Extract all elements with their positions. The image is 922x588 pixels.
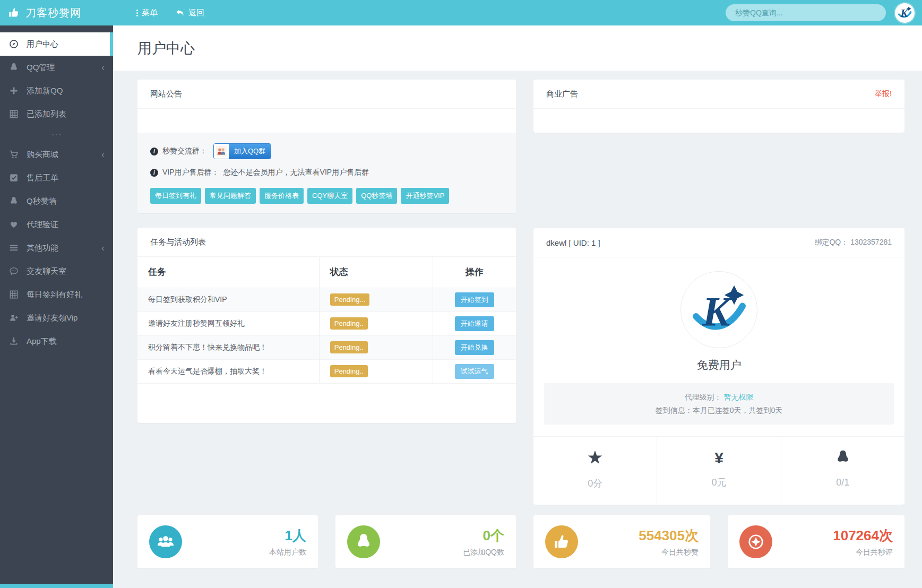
card-site-users: 1人 本站用户数 bbox=[137, 515, 318, 568]
report-link[interactable]: 举报! bbox=[875, 89, 892, 99]
qq-penguin-icon bbox=[9, 196, 19, 206]
quick-link-open-vip[interactable]: 开通秒赞VIP bbox=[401, 188, 449, 204]
qq-penguin-icon bbox=[9, 63, 19, 72]
chevron-left-icon: ‹ bbox=[101, 243, 105, 253]
sidebar-item-label: 用户中心 bbox=[27, 39, 58, 49]
thumb-icon bbox=[545, 525, 578, 558]
sidebar-section-divider bbox=[0, 126, 113, 143]
sidebar-item-label: 交友聊天室 bbox=[27, 266, 66, 276]
status-badge: Pending.. bbox=[330, 365, 368, 377]
quick-link-like-wall[interactable]: QQ秒赞墙 bbox=[356, 188, 397, 204]
back-button[interactable]: 返回 bbox=[176, 8, 204, 18]
tasks-panel: 任务与活动列表 任务 状态 操作 bbox=[137, 228, 516, 423]
card-label: 已添加QQ数 bbox=[463, 548, 504, 557]
card-value: 1人 bbox=[269, 526, 306, 545]
info-icon: i bbox=[150, 148, 158, 155]
yen-icon: ¥ bbox=[657, 449, 780, 466]
join-qq-group-button[interactable]: 加入QQ群 bbox=[213, 143, 271, 159]
col-action: 操作 bbox=[433, 257, 516, 288]
sidebar-item-added-list[interactable]: 已添加列表 bbox=[0, 102, 113, 126]
sidebar-item-qq-like-wall[interactable]: Q秒赞墙 bbox=[0, 189, 113, 213]
qq-icon bbox=[347, 525, 380, 558]
site-logo[interactable]: K bbox=[895, 3, 915, 23]
sidebar-item-chat-room[interactable]: 交友聊天室 bbox=[0, 260, 113, 283]
sidebar-item-qq-manage[interactable]: QQ管理 ‹ bbox=[0, 56, 113, 79]
sidebar-item-add-qq[interactable]: 添加新QQ bbox=[0, 79, 113, 102]
card-label: 本站用户数 bbox=[269, 548, 306, 557]
quick-link-chat-room[interactable]: CQY聊天室 bbox=[307, 188, 352, 204]
announcement-header: 网站公告 bbox=[137, 80, 516, 109]
chevron-left-icon: ‹ bbox=[101, 150, 105, 159]
star-icon bbox=[587, 449, 603, 466]
card-value: 107264次 bbox=[833, 526, 893, 545]
menu-button[interactable]: 菜单 bbox=[136, 8, 158, 18]
sidebar-item-agent-verify[interactable]: 代理验证 bbox=[0, 213, 113, 236]
stat-points: 0分 bbox=[533, 437, 657, 505]
signin-info-line: 签到信息：本月已连签0天，共签到0天 bbox=[549, 404, 889, 417]
sidebar-item-label: Q秒赞墙 bbox=[27, 196, 57, 206]
download-icon bbox=[9, 336, 19, 346]
sidebar-item-label: 添加新QQ bbox=[27, 86, 63, 96]
left-column: 网站公告 i 秒赞交流群： 加入QQ群 bbox=[137, 80, 516, 423]
table-icon bbox=[9, 290, 19, 299]
status-badge: Pending... bbox=[330, 293, 370, 306]
starburst-icon bbox=[739, 525, 772, 558]
card-label: 今日共秒赞 bbox=[639, 548, 699, 557]
brand-title: 刀客秒赞网 bbox=[25, 6, 81, 20]
announcement-info-section: i 秒赞交流群： 加入QQ群 i bbox=[137, 133, 516, 213]
sidebar-item-shop[interactable]: 购买商城 ‹ bbox=[0, 143, 113, 166]
start-redeem-button[interactable]: 开始兑换 bbox=[455, 340, 494, 355]
agent-level-value[interactable]: 暂无权限 bbox=[723, 393, 753, 401]
sidebar: 用户中心 QQ管理 ‹ 添加新QQ 已添加列表 购买商城 bbox=[0, 25, 113, 588]
task-row: 每日签到获取积分和VIP Pending... 开始签到 bbox=[137, 288, 516, 312]
sidebar-item-label: App下载 bbox=[27, 336, 57, 347]
sidebar-item-daily-signin[interactable]: 每日签到有好礼 bbox=[0, 283, 113, 306]
vip-label: VIP用户售后群： bbox=[162, 168, 219, 177]
group-line: i 秒赞交流群： 加入QQ群 bbox=[150, 143, 503, 159]
sidebar-item-label: QQ管理 bbox=[27, 63, 55, 73]
task-row: 积分留着不下崽！快来兑换物品吧！ Pending.. 开始兑换 bbox=[137, 335, 516, 359]
sidebar-item-app-download[interactable]: App下载 bbox=[0, 330, 113, 353]
agent-level-line: 代理级别： 暂无权限 bbox=[549, 391, 889, 404]
stat-points-value: 0分 bbox=[533, 477, 657, 490]
quick-link-daily-signin[interactable]: 每日签到有礼 bbox=[150, 188, 201, 204]
qq-icon bbox=[835, 449, 851, 466]
ad-header: 商业广告 举报! bbox=[533, 80, 904, 109]
col-status: 状态 bbox=[319, 257, 433, 288]
sidebar-item-label: 购买商城 bbox=[27, 150, 58, 160]
agent-level-label: 代理级别： bbox=[685, 393, 722, 401]
try-luck-button[interactable]: 试试运气 bbox=[455, 364, 494, 379]
summary-cards-row: 1人 本站用户数 0个 已添加QQ数 bbox=[137, 515, 904, 568]
profile-info-box: 代理级别： 暂无权限 签到信息：本月已连签0天，共签到0天 bbox=[544, 383, 894, 425]
col-task: 任务 bbox=[137, 257, 319, 288]
profile-body: K 免费用户 代理级别： 暂无权限 签到信息：本月已连签0天，共签到 bbox=[533, 257, 904, 505]
ad-body bbox=[533, 109, 904, 133]
start-signin-button[interactable]: 开始签到 bbox=[455, 292, 494, 307]
cart-icon bbox=[9, 150, 19, 159]
quick-link-faq[interactable]: 常见问题解答 bbox=[205, 188, 256, 204]
group-label: 秒赞交流群： bbox=[162, 146, 207, 156]
brand[interactable]: 刀客秒赞网 bbox=[0, 6, 113, 20]
task-row: 邀请好友注册秒赞网互领好礼 Pending.. 开始邀请 bbox=[137, 312, 516, 335]
card-total-comments: 107264次 今日共秒评 bbox=[728, 515, 904, 568]
user-level-name: 免费用户 bbox=[533, 358, 904, 373]
search-input[interactable] bbox=[726, 4, 886, 21]
main-area: 用户中心 网站公告 i 秒赞交流群： bbox=[113, 25, 922, 588]
tasks-header: 任务与活动列表 bbox=[137, 228, 516, 257]
sidebar-item-invite-friends[interactable]: 邀请好友领Vip bbox=[0, 306, 113, 330]
user-plus-icon bbox=[9, 313, 19, 323]
sidebar-item-user-center[interactable]: 用户中心 bbox=[0, 32, 113, 56]
list-icon bbox=[9, 243, 19, 253]
sidebar-item-aftersale-ticket[interactable]: 售后工单 bbox=[0, 166, 113, 189]
profile-stats-row: 0分 ¥ 0元 0/1 bbox=[533, 436, 904, 505]
check-square-icon bbox=[9, 173, 19, 183]
announcement-panel: 网站公告 i 秒赞交流群： 加入QQ群 bbox=[137, 80, 516, 213]
start-invite-button[interactable]: 开始邀请 bbox=[455, 316, 494, 331]
qq-group-avatar-icon bbox=[214, 144, 229, 159]
heart-icon bbox=[9, 220, 19, 229]
quick-link-price-list[interactable]: 服务价格表 bbox=[260, 188, 304, 204]
sidebar-item-other-features[interactable]: 其他功能 ‹ bbox=[0, 236, 113, 260]
menu-label: 菜单 bbox=[142, 8, 158, 18]
menu-dots-icon bbox=[136, 10, 138, 16]
right-column: 商业广告 举报! dkewl [ UID: 1 ] 绑定QQ： 13023572… bbox=[533, 80, 904, 505]
